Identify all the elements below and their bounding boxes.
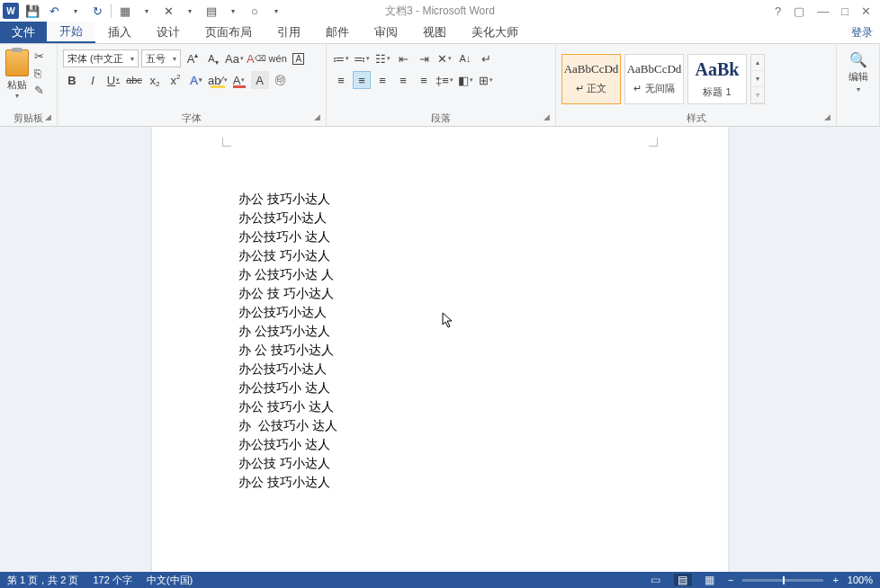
tab-home[interactable]: 开始 [47,22,95,43]
document-line[interactable]: 办公技巧小 达人 [238,435,728,454]
zoom-in-button[interactable]: + [832,575,838,585]
superscript-button[interactable]: x2 [166,71,184,89]
grow-font-button[interactable]: A▴ [184,49,202,67]
qat-custom-4[interactable]: ○ [245,1,265,21]
undo-button[interactable]: ↶ [44,1,64,21]
char-shading-button[interactable]: A [251,71,269,89]
style-heading-1[interactable]: AaBk 标题 1 [687,54,747,104]
editing-label[interactable]: 编辑 [849,70,868,84]
underline-button[interactable]: U▾ [104,71,122,89]
styles-scroll-down[interactable]: ▾ [751,71,764,87]
styles-scroll-up[interactable]: ▴ [751,55,764,71]
sort-button[interactable]: A↓ [456,49,474,67]
paste-dropdown-icon[interactable]: ▾ [15,92,19,100]
status-word-count[interactable]: 172 个字 [93,574,131,587]
tab-design[interactable]: 设计 [144,22,193,43]
qat-custom-3-dd[interactable]: ▾ [223,1,243,21]
line-spacing-button[interactable]: ‡≡▾ [436,71,453,89]
distribute-button[interactable]: ≡ [415,71,433,89]
minimize-button[interactable]: — [817,4,829,18]
change-case-button[interactable]: Aa▾ [225,49,244,67]
tab-mail[interactable]: 邮件 [313,22,362,43]
text-effects-button[interactable]: A▾ [187,71,205,89]
tab-insert[interactable]: 插入 [95,22,144,43]
view-print-layout[interactable]: ▤ [674,574,692,586]
clear-formatting-button[interactable]: A⌫ [247,49,266,67]
document-text[interactable]: 办公 技巧小达人办公技巧小达人办公技巧小 达人办公技 巧小达人办 公技巧小达 人… [152,190,728,492]
cut-button[interactable]: ✂ [34,49,44,63]
font-color-button[interactable]: A▾ [230,71,248,89]
style-no-spacing[interactable]: AaBbCcDd ↵ 无间隔 [624,54,684,104]
styles-launcher[interactable]: ◢ [824,112,831,121]
align-right-button[interactable]: ≡ [373,71,391,89]
font-launcher[interactable]: ◢ [314,112,320,121]
document-line[interactable]: 办 公 技巧小达人 [238,341,728,360]
ribbon-options-button[interactable]: ▢ [794,4,804,18]
page[interactable]: 办公 技巧小达人办公技巧小达人办公技巧小 达人办公技 巧小达人办 公技巧小达 人… [152,127,728,572]
find-icon[interactable]: 🔍 [849,51,867,68]
restore-button[interactable]: □ [841,4,849,18]
format-painter-button[interactable]: ✎ [34,84,44,97]
justify-button[interactable]: ≡ [394,71,412,89]
qat-custom-3[interactable]: ▤ [202,1,221,21]
document-line[interactable]: 办公技 巧小达人 [238,246,728,265]
document-line[interactable]: 办 公技巧小 达人 [238,416,728,435]
login-link[interactable]: 登录 [844,22,880,43]
decrease-indent-button[interactable]: ⇤ [394,49,412,67]
tab-review[interactable]: 审阅 [362,22,410,43]
help-button[interactable]: ? [775,4,781,18]
enclose-char-button[interactable]: ㊞ [272,71,290,89]
document-line[interactable]: 办公技 巧小达人 [238,454,728,473]
view-read-mode[interactable]: ▭ [647,574,665,586]
document-line[interactable]: 办公 技巧小达人 [238,473,728,492]
italic-button[interactable]: I [84,71,102,89]
view-web-layout[interactable]: ▦ [701,574,719,586]
save-button[interactable]: 💾 [22,1,42,21]
phonetic-guide-button[interactable]: wén [269,49,287,67]
styles-expand[interactable]: ▿ [751,87,764,103]
style-normal[interactable]: AaBbCcDd ↵ 正文 [561,54,621,104]
paragraph-launcher[interactable]: ◢ [543,112,550,121]
tab-beautify[interactable]: 美化大师 [459,22,531,43]
copy-button[interactable]: ⎘ [34,67,44,80]
document-line[interactable]: 办 公技巧小达人 [238,322,728,341]
show-marks-button[interactable]: ↵ [477,49,495,67]
undo-dropdown[interactable]: ▾ [66,1,85,21]
char-border-button[interactable]: A [290,49,308,67]
tab-references[interactable]: 引用 [265,22,313,43]
zoom-slider[interactable] [742,579,823,582]
document-line[interactable]: 办公技巧小达人 [238,209,728,227]
document-area[interactable]: 办公 技巧小达人办公技巧小达人办公技巧小 达人办公技 巧小达人办 公技巧小达 人… [0,127,880,572]
document-line[interactable]: 办公 技巧小达人 [238,190,728,209]
tab-view[interactable]: 视图 [410,22,459,43]
document-line[interactable]: 办公技巧小 达人 [238,379,728,397]
tab-file[interactable]: 文件 [0,22,47,43]
document-line[interactable]: 办 公技巧小达 人 [238,265,728,284]
borders-button[interactable]: ⊞▾ [477,71,495,89]
qat-custom-1-dd[interactable]: ▾ [137,1,157,21]
zoom-level[interactable]: 100% [848,575,873,585]
strikethrough-button[interactable]: abc [125,71,143,89]
increase-indent-button[interactable]: ⇥ [415,49,433,67]
editing-dropdown[interactable]: ▾ [857,85,860,94]
zoom-out-button[interactable]: − [728,575,733,585]
shrink-font-button[interactable]: A▾ [204,49,222,67]
status-page[interactable]: 第 1 页，共 2 页 [7,574,78,587]
status-language[interactable]: 中文(中国) [147,574,193,587]
highlight-button[interactable]: ab⁄▾ [208,71,228,89]
numbering-button[interactable]: ≕▾ [353,49,371,67]
qat-custom-2[interactable]: ✕ [158,1,178,21]
subscript-button[interactable]: x2 [146,71,164,89]
qat-custom-2-dd[interactable]: ▾ [180,1,200,21]
shading-button[interactable]: ◧▾ [456,71,474,89]
document-line[interactable]: 办公技巧小达人 [238,360,728,379]
align-left-button[interactable]: ≡ [332,71,350,89]
document-line[interactable]: 办公 技 巧小达人 [238,284,728,303]
tab-layout[interactable]: 页面布局 [193,22,265,43]
document-line[interactable]: 办公 技巧小 达人 [238,397,728,416]
document-line[interactable]: 办公技巧小达人 [238,303,728,322]
qat-custom-1[interactable]: ▦ [115,1,135,21]
align-center-button[interactable]: ≡ [353,71,371,89]
paste-button[interactable]: 粘贴 ▾ [4,46,31,103]
font-name-combo[interactable]: 宋体 (中文正▾ [63,49,139,67]
